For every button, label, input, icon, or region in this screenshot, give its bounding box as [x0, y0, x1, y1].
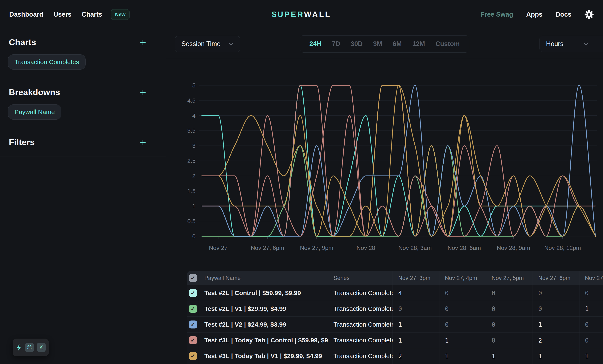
x-axis-label: Nov 28, 6am — [448, 245, 481, 251]
table-header-paywall-name: Paywall Name — [199, 271, 328, 285]
x-axis-label: Nov 28 — [357, 245, 375, 251]
nav-item-apps[interactable]: Apps — [526, 11, 543, 18]
select-all-checkbox[interactable]: ✓ — [189, 274, 197, 282]
sidebar-section-header: Breakdowns+ — [8, 87, 158, 97]
sidebar-section-title: Breakdowns — [9, 87, 60, 97]
add-charts-button[interactable]: + — [140, 38, 157, 47]
value-cell-4-4: 1 — [580, 348, 603, 364]
row-checkbox-3[interactable]: ✓ — [189, 336, 197, 344]
row-checkbox-cell: ✓ — [187, 332, 199, 348]
nav-item-docs[interactable]: Docs — [556, 11, 571, 18]
value-cell-3-2: 0 — [486, 332, 533, 348]
table-header-hour-5: Nov 27, 7pm — [580, 271, 603, 285]
row-checkbox-1[interactable]: ✓ — [189, 305, 197, 313]
table-header-hour-1: Nov 27, 3pm — [393, 271, 440, 285]
series-cell: Transaction Completes — [328, 301, 393, 317]
sidebar: Charts+Transaction CompletesBreakdowns+P… — [0, 29, 166, 364]
sidebar-section-charts: Charts+Transaction Completes — [0, 29, 166, 79]
unit-select-value: Hours — [546, 40, 563, 48]
row-checkbox-cell: ✓ — [187, 348, 199, 364]
line-chart-svg: 54.543.532.521.510.50Nov 27Nov 27, 6pmNo… — [166, 59, 603, 271]
y-axis-label: 1.5 — [187, 188, 196, 194]
settings-gear-icon[interactable] — [584, 10, 594, 19]
value-cell-1-2: 0 — [486, 301, 533, 317]
x-axis-label: Nov 27, 9pm — [300, 245, 334, 251]
series-cell: Transaction Completes — [328, 285, 393, 301]
superwall-logo[interactable]: $UPERWALL — [272, 10, 331, 19]
nav-item-dashboard[interactable]: Dashboard — [9, 11, 43, 18]
paywall-name-cell: Test #3L | Today Tab | V1 | $29.99, $4.9… — [199, 348, 328, 364]
range-tab-24h[interactable]: 24H — [309, 40, 321, 48]
line-chart: 54.543.532.521.510.50Nov 27Nov 27, 6pmNo… — [166, 59, 603, 271]
top-nav: Dashboard Users Charts New $UPERWALL Fre… — [0, 0, 603, 29]
add-filters-button[interactable]: + — [140, 138, 157, 147]
nav-item-users[interactable]: Users — [53, 11, 71, 18]
sidebar-section-header: Charts+ — [8, 37, 158, 47]
value-cell-0-1: 0 — [440, 285, 486, 301]
row-checkbox-cell: ✓ — [187, 285, 199, 301]
range-tab-7d[interactable]: 7D — [332, 40, 340, 48]
paywall-name-cell: Test #2L | Control | $59.99, $9.99 — [199, 285, 328, 301]
y-axis-label: 5 — [192, 82, 196, 89]
metric-select-value: Session Time — [181, 40, 220, 48]
x-axis-label: Nov 28, 9am — [497, 245, 530, 251]
add-breakdowns-button[interactable]: + — [140, 88, 157, 97]
y-axis-label: 4 — [192, 113, 196, 119]
range-tab-30d[interactable]: 30D — [351, 40, 363, 48]
nav-left: Dashboard Users Charts New — [9, 9, 129, 20]
value-cell-3-0: 1 — [393, 332, 440, 348]
value-cell-4-2: 1 — [486, 348, 533, 364]
logo-rest: WALL — [304, 10, 331, 19]
table-header-hour-4: Nov 27, 6pm — [533, 271, 580, 285]
lightning-bolt-icon — [16, 344, 22, 351]
range-tab-12m[interactable]: 12M — [412, 40, 425, 48]
table-header-hour-3: Nov 27, 5pm — [486, 271, 533, 285]
y-axis-label: 2.5 — [187, 158, 196, 164]
paywall-name-cell: Test #2L | V2 | $24.99, $3.99 — [199, 317, 328, 332]
y-axis-label: 2 — [192, 173, 196, 179]
value-cell-0-0: 4 — [393, 285, 440, 301]
sidebar-section-filters: Filters+ — [0, 129, 166, 157]
unit-select[interactable]: Hours — [540, 36, 603, 52]
value-cell-1-3: 0 — [533, 301, 580, 317]
sidebar-section-title: Charts — [9, 37, 36, 47]
value-cell-2-3: 1 — [533, 317, 580, 332]
chip-paywall-name[interactable]: Paywall Name — [8, 104, 61, 120]
series-cell: Transaction Completes — [328, 348, 393, 364]
x-axis-label: Nov 28, 12pm — [544, 245, 581, 251]
value-cell-2-0: 1 — [393, 317, 440, 332]
value-cell-4-1: 1 — [440, 348, 486, 364]
value-cell-1-4: 1 — [580, 301, 603, 317]
y-axis-label: 4.5 — [187, 97, 196, 104]
chip-transaction-completes[interactable]: Transaction Completes — [8, 55, 86, 69]
value-cell-4-3: 1 — [533, 348, 580, 364]
value-cell-0-2: 0 — [486, 285, 533, 301]
value-cell-2-1: 0 — [440, 317, 486, 332]
table-header-series: Series — [328, 271, 393, 285]
sidebar-chips: Paywall Name — [8, 104, 158, 120]
value-cell-4-0: 2 — [393, 348, 440, 364]
range-tab-custom[interactable]: Custom — [435, 40, 460, 48]
row-checkbox-0[interactable]: ✓ — [189, 289, 197, 297]
row-checkbox-2[interactable]: ✓ — [189, 320, 197, 329]
range-tab-3m[interactable]: 3M — [373, 40, 382, 48]
value-cell-1-0: 0 — [393, 301, 440, 317]
x-axis-label: Nov 27, 6pm — [251, 245, 284, 251]
y-axis-label: 0 — [192, 233, 196, 239]
y-axis-label: 0.5 — [187, 218, 196, 225]
value-cell-1-1: 0 — [440, 301, 486, 317]
nav-item-free-swag[interactable]: Free Swag — [481, 11, 513, 18]
logo-accent: $UPER — [272, 10, 304, 19]
value-cell-0-3: 0 — [533, 285, 580, 301]
nav-item-charts[interactable]: Charts — [81, 11, 102, 18]
row-checkbox-4[interactable]: ✓ — [189, 352, 197, 360]
command-palette-shortcut[interactable]: ⌘ K — [13, 339, 49, 356]
metric-select[interactable]: Session Time — [175, 36, 240, 52]
value-cell-0-4: 0 — [580, 285, 603, 301]
select-all-checkbox-cell: ✓ — [187, 271, 199, 285]
range-tab-6m[interactable]: 6M — [393, 40, 402, 48]
chevron-down-icon — [583, 42, 589, 46]
sidebar-section-title: Filters — [9, 137, 35, 147]
sidebar-chips: Transaction Completes — [8, 55, 158, 69]
range-tabs: 24H7D30D3M6M12MCustom — [300, 35, 469, 53]
